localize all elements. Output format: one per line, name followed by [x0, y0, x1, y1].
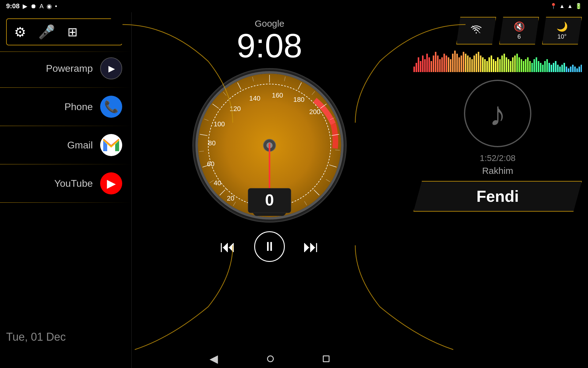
gmail-icon[interactable]: [100, 134, 122, 156]
wifi-tile[interactable]: [456, 17, 496, 44]
stop-icon: ⏺: [30, 3, 36, 10]
speedometer: 0 20 40 60 80 100 120 140 160 180 200: [190, 66, 349, 225]
signal-icon: ▲: [567, 3, 573, 10]
youtube-icon[interactable]: ▶: [100, 172, 122, 194]
app-item-youtube[interactable]: YouTube ▶: [0, 167, 131, 200]
recents-button[interactable]: [323, 355, 330, 362]
clock-time: 9:08: [237, 29, 302, 63]
location-icon: 📍: [550, 3, 557, 10]
svg-text:0: 0: [265, 191, 274, 209]
home-button[interactable]: [267, 355, 274, 362]
sound-tile[interactable]: 🔇 6: [499, 17, 539, 44]
temp-label: 10°: [557, 33, 567, 40]
gmail-label: Gmail: [67, 140, 93, 151]
track-title: Fendi: [413, 181, 582, 212]
youtube-label: YouTube: [54, 178, 93, 189]
svg-text:40: 40: [214, 179, 221, 187]
nav-bar: ◀: [132, 350, 407, 368]
music-note-icon: ♪: [489, 94, 506, 133]
time-display: Google 9:08: [237, 18, 302, 63]
wifi-status-icon: ▲: [559, 3, 565, 10]
separator-5: [0, 202, 131, 203]
dot-icon: •: [55, 3, 57, 10]
music-circle: ♪: [464, 80, 531, 147]
wifi-icon: [471, 25, 482, 36]
status-bar: 9:08 ▶ ⏺ A ◉ • 📍 ▲ ▲ 🔋: [0, 0, 588, 12]
app-icon-a: A: [40, 3, 43, 10]
app-item-phone[interactable]: Phone 📞: [0, 90, 131, 123]
date-text: Tue, 01 Dec: [6, 331, 66, 343]
music-icon-area: ♪: [407, 74, 588, 153]
app-icon-p: ◉: [47, 2, 52, 10]
poweramp-icon[interactable]: [100, 57, 122, 79]
svg-text:20: 20: [227, 194, 234, 202]
app-item-poweramp[interactable]: Poweramp: [0, 52, 131, 85]
quick-settings: 🔇 6 🌙 10°: [407, 12, 588, 49]
status-time: 9:08: [6, 2, 20, 10]
right-panel: 🔇 6 🌙 10° ♪ 1:52/2:08 Rakhim Fendi: [407, 12, 588, 368]
back-button[interactable]: ◀: [209, 352, 218, 365]
toolbar: ⚙ 🎤 ⊞: [6, 18, 123, 45]
play-icon: ▶: [23, 2, 27, 10]
svg-text:180: 180: [293, 96, 305, 103]
center-panel: Google 9:08: [132, 12, 407, 368]
settings-icon[interactable]: ⚙: [14, 24, 26, 40]
left-panel: ⚙ 🎤 ⊞ Poweramp Phone 📞 Gmail: [0, 12, 132, 368]
equalizer: [413, 51, 582, 72]
phone-label: Phone: [64, 101, 93, 113]
sound-level: 6: [517, 33, 521, 40]
date-display: Tue, 01 Dec: [6, 331, 66, 343]
prev-button[interactable]: ⏮: [220, 239, 236, 255]
svg-text:100: 100: [214, 120, 225, 128]
apps-icon[interactable]: ⊞: [67, 25, 78, 39]
microphone-icon[interactable]: 🎤: [38, 24, 55, 40]
svg-text:80: 80: [208, 139, 216, 147]
app-item-gmail[interactable]: Gmail: [0, 128, 131, 162]
separator-3: [0, 126, 131, 126]
svg-text:120: 120: [230, 105, 241, 113]
next-button[interactable]: ⏭: [303, 239, 319, 255]
status-right: 📍 ▲ ▲ 🔋: [550, 3, 582, 10]
track-info: 1:52/2:08 Rakhim Fendi: [407, 153, 588, 212]
phone-icon[interactable]: 📞: [100, 96, 122, 118]
moon-icon: 🌙: [556, 21, 568, 32]
separator-2: [0, 87, 131, 88]
svg-text:140: 140: [249, 94, 261, 102]
poweramp-label: Poweramp: [46, 63, 93, 74]
track-time: 1:52/2:08: [413, 153, 582, 163]
svg-text:160: 160: [272, 91, 283, 99]
svg-text:200: 200: [309, 108, 321, 116]
track-artist: Rakhim: [413, 166, 582, 176]
media-controls: ⏮ ⏸ ⏭: [220, 231, 319, 262]
pause-button[interactable]: ⏸: [254, 231, 285, 262]
night-mode-tile[interactable]: 🌙 10°: [542, 17, 582, 44]
separator-4: [0, 164, 131, 164]
battery-icon: 🔋: [575, 3, 582, 10]
status-left: 9:08 ▶ ⏺ A ◉ •: [6, 2, 57, 10]
svg-text:60: 60: [207, 160, 214, 168]
sound-off-icon: 🔇: [514, 21, 525, 32]
